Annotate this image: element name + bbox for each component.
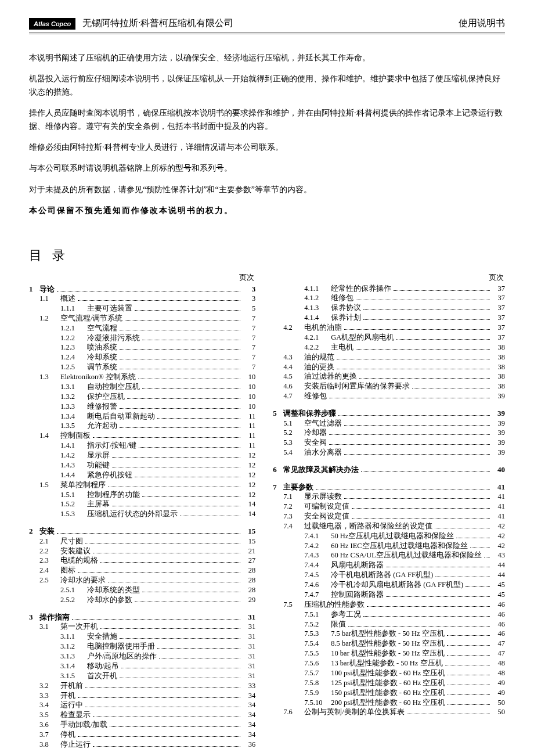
toc-entry: 4.1.3保养协议37: [273, 303, 505, 313]
toc-text: 限值: [331, 620, 346, 629]
toc-entry: 3.7停机34: [29, 730, 255, 740]
toc-entry: 3.6手动卸载/加载34: [29, 720, 255, 730]
toc-text: 空气过滤器: [304, 419, 342, 429]
toc-text: 调整和保养步骤: [283, 408, 336, 419]
toc-number: 3.4: [39, 700, 60, 710]
toc-number: 4.7: [283, 391, 304, 401]
toc-text: 显示屏: [87, 451, 110, 460]
toc-page: 28: [243, 585, 255, 595]
toc-text: 参考工况: [331, 610, 361, 620]
toc-number: 7.5.8: [304, 678, 331, 688]
toc-page: 49: [492, 688, 505, 698]
toc-number: 1.4.1: [60, 441, 87, 451]
toc-entry: 7.6公制与英制/美制的单位换算表50: [273, 707, 505, 717]
toc-text: 电机的油脂: [304, 323, 342, 333]
toc-text: 自动控制空压机: [87, 382, 140, 392]
toc-entry: 3.5检查显示34: [29, 710, 255, 720]
toc-dots: [135, 602, 240, 602]
toc-text: 允许起动: [87, 421, 117, 431]
toc-entry: 3操作指南31: [29, 612, 255, 622]
toc-page: 31: [243, 612, 255, 622]
toc-text: 控制回路断路器: [331, 590, 384, 600]
toc-number: 1.2.4: [60, 352, 87, 362]
toc-page: 31: [243, 661, 255, 671]
toc-text: 保养协议: [331, 303, 361, 313]
toc-dots: [412, 388, 490, 388]
toc-dots: [344, 454, 490, 455]
toc-page: 42: [492, 521, 505, 531]
toc-dots: [72, 619, 240, 620]
toc-entry: 7.5.9150 psi机型性能参数 - 60 Hz 空压机49: [273, 688, 505, 698]
toc-number: 1.2.1: [60, 323, 87, 333]
toc-page: 12: [243, 480, 255, 490]
toc-number: 4.1.3: [304, 303, 331, 313]
toc-dots: [356, 349, 490, 350]
toc-page: 37: [492, 303, 505, 313]
toc-number: 1.3.3: [60, 402, 87, 412]
toc-page: 41: [492, 512, 505, 521]
toc-number: 5.1: [283, 419, 304, 429]
toc-page: 21: [243, 546, 255, 556]
toc-page: 7: [243, 362, 255, 372]
toc-entry: 1.3.5允许起动11: [29, 421, 255, 431]
toc-number: 5.2: [283, 428, 304, 438]
toc-dots: [93, 437, 240, 438]
toc-dots: [139, 447, 240, 448]
toc-dots: [466, 586, 490, 587]
toc-page: 5: [243, 304, 255, 314]
toc-dots: [386, 567, 490, 567]
toc-page: 47: [492, 649, 505, 658]
toc-text: 显示屏读数: [304, 492, 342, 502]
toc-dots: [394, 290, 490, 291]
toc-page: 31: [243, 671, 255, 681]
toc-number: 7.5.7: [304, 668, 331, 678]
toc-text: 停机: [60, 730, 75, 740]
intro-p: 操作人员应随时查阅本说明书，确保压缩机按本说明书的要求操作和维护，并在由阿特拉斯…: [29, 107, 505, 133]
toc-text: 冷干机冷却风扇电机断路器 (GA FF机型): [331, 580, 463, 590]
toc-page: 11: [243, 412, 255, 422]
toc-dots: [110, 726, 240, 727]
toc-entry: 2.2安装建议21: [29, 546, 255, 556]
toc-page: 46: [492, 629, 505, 639]
toc-text: 安全阀设定值: [304, 512, 349, 521]
toc-number: 1.3.4: [60, 412, 87, 422]
toc-dots: [142, 496, 240, 497]
toc-dots: [85, 543, 240, 543]
toc-number: 7: [273, 482, 283, 492]
toc-text: 喷油系统: [87, 343, 117, 352]
toc-entry: 1.2.1空气流程7: [29, 323, 255, 333]
toc-page: 37: [492, 323, 505, 333]
toc-page: 43: [492, 550, 505, 560]
toc-page: 45: [492, 580, 505, 590]
toc-number: 3.1: [39, 622, 60, 632]
toc-page: 39: [492, 391, 505, 401]
toc-page: 39: [492, 428, 505, 438]
toc-entry: 3.8停止运行36: [29, 740, 255, 750]
toc-dots: [338, 415, 490, 416]
toc-number: 3.2: [39, 681, 60, 691]
toc-page: 48: [492, 658, 505, 668]
toc-number: 7.4.7: [304, 590, 331, 600]
toc-page: 42: [492, 531, 505, 541]
toc-number: 3.7: [39, 730, 60, 740]
toc-text: 100 psi机型性能参数 - 60 Hz 空压机: [331, 668, 445, 678]
toc-dots: [352, 508, 490, 509]
toc-page: 31: [243, 642, 255, 651]
toc-text: 可编制设定值: [304, 502, 349, 512]
toc-dots: [448, 685, 490, 685]
toc-text: 过载继电器，断路器和保险丝的设定值: [304, 521, 432, 531]
doc-type: 使用说明书: [459, 17, 505, 30]
toc-number: 3.5: [39, 710, 60, 720]
toc-dots: [142, 388, 240, 389]
toc-dots: [78, 300, 240, 301]
toc-number: 7.5.3: [304, 629, 331, 639]
page-header: Atlas Copco 无锡阿特拉斯·科普柯压缩机有限公司 使用说明书: [29, 17, 505, 30]
toc-page: 11: [243, 441, 255, 451]
toc-text: 安全阀: [304, 438, 327, 448]
toc-entry: 6常见故障及其解决办法40: [273, 465, 505, 475]
toc-entry: 3.1.5首次开机31: [29, 671, 255, 681]
toc-text: 开机前: [60, 681, 83, 691]
toc-entry: 4.4油的更换38: [273, 362, 505, 372]
toc-entry: 1.3.3维修报警10: [29, 402, 255, 412]
toc-page: 12: [243, 451, 255, 460]
